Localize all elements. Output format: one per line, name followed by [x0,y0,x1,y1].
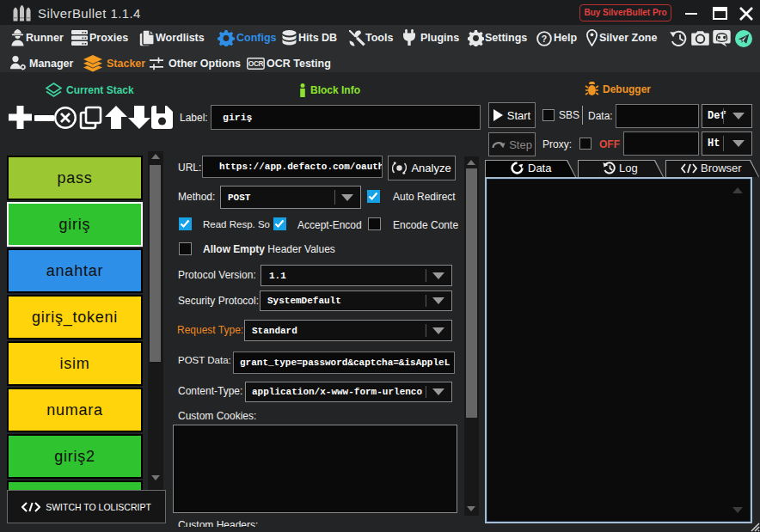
svg-text:?: ? [542,34,547,44]
svg-text:OCR: OCR [248,59,264,68]
